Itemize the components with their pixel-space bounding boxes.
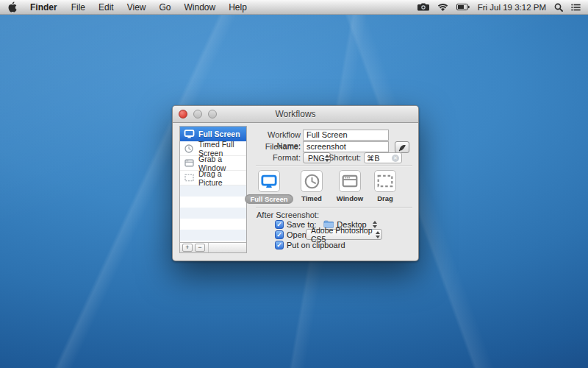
screen: Finder File Edit View Go Window Help xyxy=(0,0,588,368)
sidebar-item-label: Drag a Picture xyxy=(198,169,243,187)
close-button[interactable] xyxy=(179,110,187,118)
separator xyxy=(256,166,412,167)
apple-logo-icon xyxy=(7,1,17,13)
filename-label: Filename: xyxy=(254,141,301,152)
shortcut-value: ⌘B xyxy=(367,154,380,163)
sidebar-footer: + − xyxy=(180,242,246,252)
mode-window-button[interactable] xyxy=(339,170,361,192)
mode-drag: Drag xyxy=(366,170,404,202)
mode-window: Window xyxy=(331,170,369,202)
put-on-clipboard-checkbox[interactable]: ✓ xyxy=(275,241,284,250)
mode-timed-label: Timed xyxy=(301,194,322,202)
menu-item-view[interactable]: View xyxy=(121,0,153,14)
popup-stepper-icon xyxy=(376,230,380,238)
clear-shortcut-icon[interactable]: ✕ xyxy=(392,155,399,162)
traffic-lights xyxy=(179,110,217,118)
window-content: Full Screen Timed Full Screen xyxy=(173,122,418,261)
open-in-checkbox[interactable]: ✓ xyxy=(275,230,284,239)
sidebar-item-label: Full Screen xyxy=(198,130,240,138)
menu-bar-left: Finder File Edit View Go Window Help xyxy=(0,0,254,14)
mode-timed: Timed xyxy=(293,170,331,202)
workflow-name-field[interactable]: Full Screen xyxy=(303,130,389,141)
mode-full-screen-label: Full Screen xyxy=(245,194,293,204)
spotlight-icon[interactable] xyxy=(554,3,563,12)
after-screenshot-heading: After Screenshot: xyxy=(257,210,319,219)
wifi-icon[interactable] xyxy=(437,3,448,11)
workflow-list-rows: Full Screen Timed Full Screen xyxy=(180,127,246,243)
menu-bar: Finder File Edit View Go Window Help xyxy=(0,0,588,15)
marquee-icon xyxy=(183,174,195,182)
minimize-button xyxy=(193,110,202,118)
camera-icon[interactable] xyxy=(417,3,429,11)
menu-bar-clock[interactable]: Fri Jul 19 3:12 PM xyxy=(478,3,546,12)
format-value: PNG xyxy=(308,154,325,163)
menu-item-finder[interactable]: Finder xyxy=(23,0,65,14)
battery-icon[interactable] xyxy=(456,4,470,10)
open-in-popup[interactable]: Adobe Photoshop CS5 xyxy=(306,229,382,240)
mode-full-screen: Full Screen xyxy=(250,170,288,204)
display-icon xyxy=(183,130,195,138)
format-label: Format: xyxy=(254,152,301,163)
menu-item-window[interactable]: Window xyxy=(178,0,223,14)
mode-timed-button[interactable] xyxy=(301,170,323,192)
shortcut-field[interactable]: ⌘B ✕ xyxy=(364,152,402,163)
filename-field[interactable]: screenshot xyxy=(303,141,389,152)
mode-drag-label: Drag xyxy=(377,194,393,202)
title-bar[interactable]: Workflows xyxy=(173,106,418,123)
mode-window-label: Window xyxy=(337,194,363,202)
token-pen-icon xyxy=(398,144,406,152)
workflow-detail-pane: Workflow Name: Full Screen Filename: scr… xyxy=(254,122,412,262)
workflows-window: Workflows F xyxy=(172,105,419,261)
clock-icon xyxy=(183,144,195,153)
zoom-button xyxy=(208,110,217,118)
save-to-checkbox[interactable]: ✓ xyxy=(275,220,284,229)
clock-icon xyxy=(304,174,320,189)
footer-divider xyxy=(208,243,209,252)
separator xyxy=(256,207,412,208)
menu-item-go[interactable]: Go xyxy=(153,0,178,14)
workflow-list: Full Screen Timed Full Screen xyxy=(179,126,247,253)
menu-item-edit[interactable]: Edit xyxy=(92,0,121,14)
marquee-icon xyxy=(377,174,393,188)
shortcut-label: Shortcut: xyxy=(324,152,361,163)
filename-token-button[interactable] xyxy=(395,141,409,153)
menu-bar-status-area: Fri Jul 19 3:12 PM xyxy=(417,0,588,14)
put-on-clipboard-label[interactable]: Put on clipboard xyxy=(287,241,345,250)
list-icon[interactable] xyxy=(571,4,581,11)
add-workflow-button[interactable]: + xyxy=(182,244,193,252)
put-on-clipboard-row: ✓ Put on clipboard xyxy=(275,240,345,250)
mode-full-screen-button[interactable] xyxy=(258,170,280,192)
sidebar-item-drag-a-picture[interactable]: Drag a Picture xyxy=(180,171,246,185)
menu-item-help[interactable]: Help xyxy=(222,0,254,14)
mode-drag-button[interactable] xyxy=(374,170,396,192)
window-icon xyxy=(342,174,358,188)
display-icon xyxy=(261,174,277,188)
menu-item-file[interactable]: File xyxy=(65,0,92,14)
window-icon xyxy=(183,159,195,167)
remove-workflow-button[interactable]: − xyxy=(195,244,205,252)
apple-menu[interactable] xyxy=(7,1,17,13)
